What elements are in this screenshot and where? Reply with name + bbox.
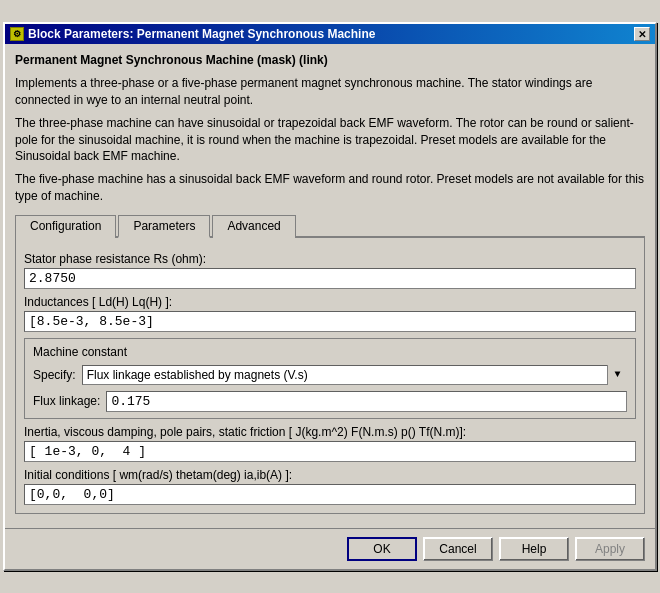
flux-row: Flux linkage:	[33, 391, 627, 412]
machine-constant-box: Machine constant Specify: Flux linkage e…	[24, 338, 636, 419]
description-area: Permanent Magnet Synchronous Machine (ma…	[15, 52, 645, 204]
titlebar-left: ⚙ Block Parameters: Permanent Magnet Syn…	[10, 27, 375, 41]
desc-para3: The five-phase machine has a sinusoidal …	[15, 171, 645, 205]
content-area: Permanent Magnet Synchronous Machine (ma…	[5, 44, 655, 521]
button-row: OK Cancel Help Apply	[5, 528, 655, 569]
help-button[interactable]: Help	[499, 537, 569, 561]
tab-parameters[interactable]: Parameters	[118, 215, 210, 238]
inductances-input[interactable]	[24, 311, 636, 332]
mask-link-label: Permanent Magnet Synchronous Machine (ma…	[15, 53, 328, 67]
desc-para1: Implements a three-phase or a five-phase…	[15, 75, 645, 109]
desc-para2: The three-phase machine can have sinusoi…	[15, 115, 645, 165]
specify-select[interactable]: Flux linkage established by magnets (V.s…	[82, 365, 627, 385]
initial-label: Initial conditions [ wm(rad/s) thetam(de…	[24, 468, 636, 482]
flux-label: Flux linkage:	[33, 394, 100, 408]
stator-input[interactable]	[24, 268, 636, 289]
tab-configuration[interactable]: Configuration	[15, 215, 116, 238]
inertia-label: Inertia, viscous damping, pole pairs, st…	[24, 425, 636, 439]
ok-button[interactable]: OK	[347, 537, 417, 561]
window-icon: ⚙	[10, 27, 24, 41]
inductances-label: Inductances [ Ld(H) Lq(H) ]:	[24, 295, 636, 309]
window-title: Block Parameters: Permanent Magnet Synch…	[28, 27, 375, 41]
inertia-input[interactable]	[24, 441, 636, 462]
tab-advanced[interactable]: Advanced	[212, 215, 295, 238]
titlebar: ⚙ Block Parameters: Permanent Magnet Syn…	[5, 24, 655, 44]
apply-button[interactable]: Apply	[575, 537, 645, 561]
tabs-row: Configuration Parameters Advanced	[15, 213, 645, 238]
main-window: ⚙ Block Parameters: Permanent Magnet Syn…	[3, 22, 657, 570]
cancel-button[interactable]: Cancel	[423, 537, 493, 561]
flux-input[interactable]	[106, 391, 627, 412]
tab-content-parameters: Stator phase resistance Rs (ohm): Induct…	[15, 238, 645, 514]
machine-constant-title: Machine constant	[33, 345, 627, 359]
specify-select-wrapper: Flux linkage established by magnets (V.s…	[82, 365, 627, 385]
specify-label: Specify:	[33, 368, 76, 382]
stator-label: Stator phase resistance Rs (ohm):	[24, 252, 636, 266]
specify-row: Specify: Flux linkage established by mag…	[33, 365, 627, 385]
initial-input[interactable]	[24, 484, 636, 505]
close-button[interactable]: ✕	[634, 27, 650, 41]
